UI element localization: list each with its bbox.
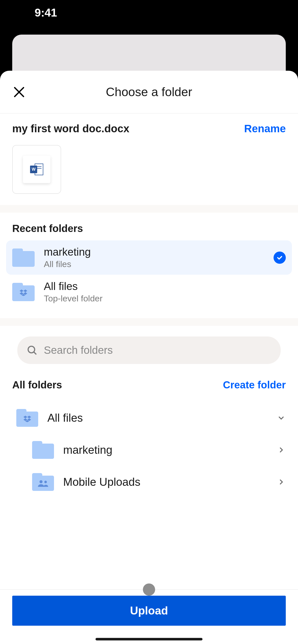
status-time: 9:41: [35, 6, 57, 19]
svg-marker-1: [23, 289, 27, 292]
file-section: my first word doc.docx Rename W: [0, 113, 298, 205]
close-icon[interactable]: [12, 85, 26, 99]
home-indicator[interactable]: [96, 638, 202, 640]
tree-item-mobile-uploads[interactable]: Mobile Uploads: [12, 466, 286, 498]
tree-item-label: Mobile Uploads: [63, 476, 267, 488]
folder-dropbox-icon: [16, 409, 38, 427]
folder-icon: [32, 441, 54, 459]
chevron-right-icon: [277, 477, 286, 487]
tree-item-label: marketing: [63, 444, 267, 456]
file-name: my first word doc.docx: [12, 123, 129, 135]
recent-folder-name: marketing: [44, 246, 264, 258]
all-folders-heading: All folders: [12, 379, 62, 391]
tree-item-label: All files: [47, 412, 267, 424]
folder-tree: All files marketing Mobile Uploads: [0, 397, 298, 498]
file-thumbnail[interactable]: W: [12, 145, 61, 194]
chevron-right-icon: [277, 445, 286, 455]
file-header: my first word doc.docx Rename: [12, 123, 286, 135]
search-wrap: [0, 326, 298, 371]
recent-folder-text: marketing All files: [44, 246, 264, 269]
svg-marker-7: [23, 416, 27, 418]
recent-folders-heading: Recent folders: [0, 213, 298, 240]
create-folder-button[interactable]: Create folder: [223, 379, 286, 391]
status-bar: 9:41: [0, 0, 298, 25]
svg-point-12: [39, 480, 43, 483]
svg-point-13: [44, 481, 47, 483]
folder-dropbox-icon: [12, 283, 35, 301]
folder-icon: [12, 248, 35, 267]
search-bar[interactable]: [17, 336, 281, 364]
folder-people-icon: [32, 473, 54, 491]
selected-check-icon: [274, 252, 286, 264]
choose-folder-modal: Choose a folder my first word doc.docx R…: [0, 71, 298, 644]
document-thumbnail-inner: W: [23, 156, 50, 183]
section-divider: [0, 318, 298, 326]
recent-folder-sub: All files: [44, 259, 264, 269]
svg-line-6: [34, 352, 36, 354]
recent-folders-list: marketing All files All files Top-level …: [0, 240, 298, 309]
search-icon: [26, 345, 38, 356]
svg-marker-0: [20, 289, 23, 292]
section-divider: [0, 205, 298, 213]
modal-title: Choose a folder: [106, 85, 192, 99]
recent-folder-all-files[interactable]: All files Top-level folder: [6, 275, 292, 309]
rename-button[interactable]: Rename: [244, 123, 286, 135]
drag-handle-icon: [143, 583, 155, 596]
tree-item-all-files[interactable]: All files: [12, 402, 286, 434]
svg-point-5: [28, 346, 35, 353]
recent-folder-marketing[interactable]: marketing All files: [6, 240, 292, 275]
word-icon: W: [30, 164, 43, 175]
svg-marker-8: [27, 416, 31, 418]
chevron-down-icon: [277, 413, 286, 422]
bottom-bar: Upload: [0, 589, 298, 644]
tree-item-marketing[interactable]: marketing: [12, 434, 286, 466]
recent-folder-name: All files: [44, 280, 286, 292]
search-input[interactable]: [44, 344, 272, 356]
all-folders-header: All folders Create folder: [0, 371, 298, 397]
modal-header: Choose a folder: [0, 71, 298, 113]
recent-folder-text: All files Top-level folder: [44, 280, 286, 303]
recent-folder-sub: Top-level folder: [44, 294, 286, 303]
upload-button[interactable]: Upload: [12, 596, 286, 626]
